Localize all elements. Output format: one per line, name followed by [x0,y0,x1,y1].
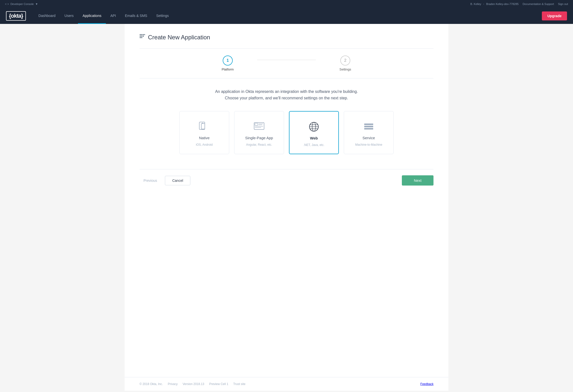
code-icon: < > [5,2,9,5]
privacy-link[interactable]: Privacy [168,382,178,386]
svg-rect-0 [140,34,141,35]
nav-api[interactable]: API [106,8,121,24]
native-title: Native [199,136,210,140]
console-label: Developer Console [10,2,34,5]
description-line1: An application in Okta represents an int… [140,88,433,95]
svg-rect-26 [364,128,373,130]
stepper: 1 Platform 2 Settings [198,56,375,71]
nav-users[interactable]: Users [60,8,78,24]
user-full: Braden Kelley-dev-778285 [486,2,518,5]
spa-subtitle: Angular, React, etc. [246,143,272,146]
top-bar: < > Developer Console ▼ B. Kelley • Brad… [0,0,573,8]
copyright: © 2018 Okta, Inc. [140,382,163,386]
svg-rect-3 [140,36,141,37]
svg-rect-2 [143,34,144,35]
svg-rect-14 [255,123,258,125]
svg-rect-13 [254,123,264,130]
footer-actions: Previous Cancel Next [140,169,433,192]
svg-rect-7 [141,37,142,38]
page-title-row: Create New Application [140,34,433,41]
step-2-circle: 2 [340,56,350,65]
platform-cards: Native iOS, Android Single-Page App Angu… [140,111,433,154]
nav-links: Dashboard Users Applications API Emails … [34,8,542,24]
web-title: Web [310,136,318,140]
docs-link[interactable]: Documentation & Support [523,2,554,5]
top-bar-left: < > Developer Console ▼ [5,2,38,5]
logo-text: {okta} [9,13,23,19]
native-subtitle: iOS, Android [196,143,213,146]
service-icon [363,120,374,133]
spa-title: Single-Page App [245,136,273,140]
feedback-link[interactable]: Feedback [420,382,433,386]
svg-rect-25 [364,126,373,127]
user-short: B. Kelley [470,2,481,5]
step-1-label: Platform [222,67,234,71]
stepper-container: 1 Platform 2 Settings [140,48,433,78]
svg-point-11 [202,129,202,129]
service-title: Service [362,136,375,140]
version: Version 2018.13 [183,382,204,386]
platform-card-web[interactable]: Web .NET, Java, etc. [289,111,339,154]
nav-settings[interactable]: Settings [152,8,173,24]
svg-rect-6 [140,37,141,38]
top-bar-right: B. Kelley • Braden Kelley-dev-778285 Doc… [470,2,568,5]
dot-separator: • [483,2,484,5]
upgrade-button[interactable]: Upgrade [542,11,567,20]
dropdown-arrow[interactable]: ▼ [35,2,38,5]
web-subtitle: .NET, Java, etc. [303,143,324,147]
okta-logo: {okta} [6,11,26,21]
web-icon [308,121,319,133]
nav-applications[interactable]: Applications [78,8,106,24]
step-2: 2 Settings [316,56,375,71]
svg-rect-10 [201,124,205,129]
footer-links: © 2018 Okta, Inc. Privacy Version 2018.1… [140,382,245,386]
svg-rect-5 [143,36,144,37]
svg-rect-4 [141,36,142,37]
svg-rect-24 [364,124,373,125]
platform-card-service[interactable]: Service Machine-to-Machine [344,111,394,154]
description: An application in Okta represents an int… [140,88,433,101]
cancel-button[interactable]: Cancel [165,176,190,185]
grid-icon [140,34,145,41]
step-1-circle: 1 [223,56,233,65]
preview-cell-link[interactable]: Preview Cell 1 [209,382,228,386]
spa-icon [254,120,265,133]
mobile-icon [199,120,210,133]
step-2-label: Settings [340,67,351,71]
site-footer: © 2018 Okta, Inc. Privacy Version 2018.1… [125,377,448,391]
trust-site-link[interactable]: Trust site [233,382,245,386]
platform-card-spa[interactable]: Single-Page App Angular, React, etc. [234,111,284,154]
svg-rect-1 [141,34,142,35]
user-info: B. Kelley • Braden Kelley-dev-778285 [470,2,519,5]
previous-button[interactable]: Previous [140,176,161,185]
svg-rect-8 [144,34,145,35]
signout-link[interactable]: Sign out [558,2,568,5]
service-subtitle: Machine-to-Machine [355,143,382,146]
description-line2: Choose your platform, and we'll recommen… [140,95,433,101]
step-connector [257,60,316,60]
next-button[interactable]: Next [402,175,433,186]
nav-dashboard[interactable]: Dashboard [34,8,60,24]
platform-card-native[interactable]: Native iOS, Android [179,111,229,154]
page-title: Create New Application [148,34,210,41]
page-content: Create New Application 1 Platform 2 Sett… [125,24,448,377]
nav-emails-sms[interactable]: Emails & SMS [121,8,152,24]
step-1: 1 Platform [198,56,257,71]
navbar: {okta} Dashboard Users Applications API … [0,8,573,24]
